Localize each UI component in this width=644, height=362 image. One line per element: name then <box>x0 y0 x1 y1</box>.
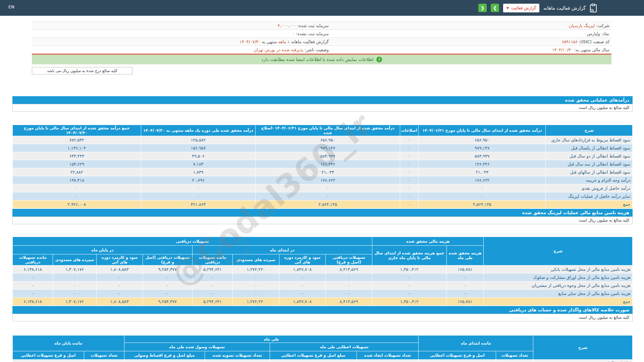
cell-value: ۵۸۳,۹۳۷ <box>419 152 546 160</box>
report-type-dropdown-label: گزارش فعالیت <box>511 6 536 10</box>
col-header-income-total: جمع درآمد محقق شده از ابتدای سال مالی تا… <box>13 125 141 136</box>
cell-value: ۱,۸۰۸,۵۸۳ <box>96 298 143 306</box>
cell-value: ۱,۳۵۰,۴۱۲ <box>372 265 446 274</box>
field-label: سال مالی منتهی به: <box>573 47 609 52</box>
field-label: سرمایه ثبت نشده: <box>295 31 329 36</box>
col-header-end-principal: اصل و فرع تسهیلات اعطایی <box>13 351 84 360</box>
cell-value: ۲۱,۰۴۳ <box>419 168 546 176</box>
cell-value: ۰ <box>13 192 141 200</box>
cell-value: ۱۶۵,۷۸۱ <box>446 265 484 274</box>
field-value: پذیرفته شده در بورس تهران <box>254 47 303 52</box>
cell-value: ۰ <box>419 184 546 192</box>
cell-value: ۹,۲۵۴,۳۷۷ <box>143 265 193 274</box>
field-label: نماد: <box>600 31 609 36</box>
cell-value: ۰ <box>141 192 256 200</box>
field-label: شرکت: <box>595 23 609 28</box>
financing-cost-table: شرح هزینه مالی محقق شده تسهیلات دریافتی … <box>12 237 633 306</box>
col-header-begin-balance: مانده تسهیلات دریافتی <box>192 254 232 265</box>
cell-value: ۸,۴۱۴,۵۶۹ <box>326 265 372 274</box>
cell-value: ۰ <box>53 290 96 298</box>
col-header-sharh: شرح <box>533 336 633 360</box>
cell-value: ۰ <box>192 282 232 290</box>
col-header-created-count: تعداد تسهیلات ایجاد شده <box>357 351 419 360</box>
cell-value: ۱۷۶,۶۲۲ <box>419 176 546 184</box>
row-label: جمع <box>546 200 633 208</box>
col-header-begin-principal: تسهیلات دریافتی (اصل و فرع) <box>326 254 372 265</box>
company-info-cell: سال مالی منتهی به: ۱۴۰۴/۱۰/۳۰ <box>329 47 611 52</box>
next-report-button[interactable]: ❯ <box>491 4 499 12</box>
table-row: هزینه تامین منابع مالی از محل وجوه دریاف… <box>13 282 633 290</box>
cell-value: ۱,۲۷۲,۲۲۰ <box>233 298 279 306</box>
page-title: گزارش فعالیت ماهانه <box>543 5 586 11</box>
cell-value: ۶۳۳,۴۴۳ <box>13 152 141 160</box>
table-row: سود اقساط انتقالی از سالهای قبل۲۱,۰۴۳۰۲۱… <box>13 168 633 176</box>
cell-value: ۰ <box>326 282 372 290</box>
group-header-granted-facilities: تسهیلات اعطایی طی ماه <box>270 343 419 351</box>
cell-value: ۰ <box>400 184 419 192</box>
row-label: سود اقساط مربوط به قراردادهای سال جاری <box>546 136 633 144</box>
cell-value: ۵۸۳,۹۳۷ <box>256 152 400 160</box>
group-header-end-balance: مانده پایان ماه <box>13 336 124 351</box>
col-header-end-blocked-deposits: سپرده های مسدودی <box>53 254 96 265</box>
cell-value: ۳۶۱,۸۶۳ <box>141 200 256 208</box>
cell-value: ۰ <box>372 282 446 290</box>
language-toggle-en[interactable]: EN <box>8 4 14 9</box>
cell-value: ۸,۴۱۴,۵۶۹ <box>326 298 372 306</box>
col-header-end-balance: مانده تسهیلات دریافتی <box>13 254 53 265</box>
group-header-begin-balance: مانده ابتدای ماه <box>419 336 533 351</box>
cell-value: ۱,۸۴۷,۷۰۸ <box>279 298 326 306</box>
col-header-collected-amount: مبلغ اصل و فرع اقساط وصولی <box>124 351 205 360</box>
col-header-granted-amount: مبلغ اصل و فرع تسهیلات اعطایی <box>270 351 357 360</box>
col-header-sharh: شرح <box>484 237 633 265</box>
cell-value <box>13 360 84 362</box>
cell-value: ۶۵۶,۹۵۰ <box>419 136 546 144</box>
cell-value: ۰ <box>13 184 141 192</box>
signed-data-notice: i اطلاعات نمایش داده شده با اطلاعات امضا… <box>32 54 611 64</box>
row-label: کالاهای واگذار شده <box>533 360 633 362</box>
group-header-received-facilities: تسهیلات دریافتی <box>13 237 372 246</box>
cell-value: ۱,۱۳۶,۱۰۴ <box>13 144 141 152</box>
field-value: ۴,۰۰۰,۰۰۰ <box>278 23 296 28</box>
cell-value: ۰ <box>143 274 193 282</box>
cell-value: ۱,۳۵۰,۴۱۲ <box>372 298 446 306</box>
cell-value: ۱۲۵,۵۸۲ <box>141 136 256 144</box>
cell-value: ۲,۹۲۶,۰۰۸ <box>13 200 141 208</box>
field-value: لیزینگ پارسیان <box>569 23 595 28</box>
row-label: هزینه تامین منابع مالی از محل اوراق مشار… <box>484 274 633 282</box>
cell-value: ۱,۸۰۸,۵۸۳ <box>96 265 143 274</box>
cell-value: ۰ <box>141 184 256 192</box>
cell-value: ۰ <box>400 136 419 144</box>
group-header-realized-cost: هزینه مالی محقق شده <box>372 237 484 246</box>
col-header-end-future-interest: سود و کارمزد دوره های آتی <box>96 254 143 265</box>
cell-value: ۰ <box>326 290 372 298</box>
top-navigation-bar: EN گزارش فعالیت ماهانه گزارش فعالیت ▼ ❯ … <box>0 0 644 16</box>
report-type-dropdown[interactable]: گزارش فعالیت ▼ <box>503 4 539 12</box>
row-label: سود اقساط انتقالی از سالهای قبل <box>546 168 633 176</box>
col-header-begin-future-interest: سود و کارمزد دوره های آتی <box>279 254 326 265</box>
cell-value: ۱۴۶,۴۴۶ <box>419 160 546 168</box>
table-row: جمع۲,۵۶۴,۱۴۵۰۲,۵۶۴,۱۴۵۳۶۱,۸۶۳۲,۹۲۶,۰۰۸ <box>13 200 633 208</box>
cell-value: ۰ <box>446 274 484 282</box>
col-header-begin-blocked-deposits: سپرده های مسدودی <box>233 254 279 265</box>
cell-value: ۰ <box>279 282 326 290</box>
group-header-collected-facilities: تسهیلات وصول شده طی ماه <box>124 343 270 351</box>
field-value: ۱۴۰۴/۱۰/۳۰ <box>552 47 573 52</box>
cell-value <box>357 360 419 362</box>
cell-value: ۰ <box>96 282 143 290</box>
cell-value: ۰ <box>279 290 326 298</box>
cell-value: ۱,۸۳۹ <box>141 168 256 176</box>
row-label: سود اقساط انتقالی از یکسال قبل <box>546 144 633 152</box>
table-row: هزینه تامین منابع مالی از محل سایر منابع… <box>13 290 633 298</box>
cell-value <box>496 360 533 362</box>
goods-receivables-table: شرح مانده ابتدای ماه طی ماه مانده پایان … <box>12 335 633 362</box>
field-label: کد صنعت (ISIC): <box>578 39 609 44</box>
cell-value: ۵,۲۹۴,۶۴۱ <box>192 298 232 306</box>
section-title-operating-income: درآمدهای عملیاتی محقق شده <box>12 96 633 104</box>
previous-report-button[interactable]: ❮ <box>478 4 487 12</box>
cell-value: ۰ <box>400 192 419 200</box>
group-header-during-month: طی ماه <box>124 336 419 343</box>
cell-value: ۱,۳۰۷,۱۷۶ <box>53 298 96 306</box>
cell-value: ۱۵۳,۶۲۹ <box>13 160 141 168</box>
cell-value: ۱۹۷,۴۱۸ <box>13 176 141 184</box>
company-info-row: شرکت: لیزینگ پارسیان سرمایه ثبت شده: ۴,۰… <box>32 22 611 30</box>
